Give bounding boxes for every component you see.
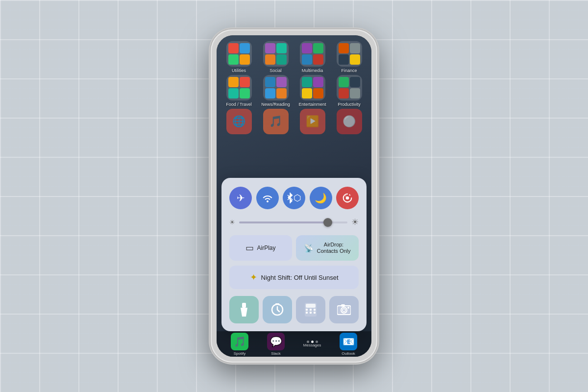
phone-screen: Utilities Social bbox=[217, 35, 371, 357]
dock-bar: 🎵 Spotify 💬 Slack Messages 📧 bbox=[217, 331, 371, 357]
dock-outlook-label: Outlook bbox=[342, 351, 355, 356]
airplay-icon: ▭ bbox=[245, 243, 254, 253]
app-pokeball[interactable]: ⚪ bbox=[333, 109, 366, 136]
rotation-lock-button[interactable] bbox=[336, 187, 359, 209]
dock-slack-label: Slack bbox=[271, 351, 281, 356]
folder-news-reading[interactable]: News/Reading bbox=[259, 75, 293, 107]
control-center: ✈ ⬡ 🌙 bbox=[221, 178, 367, 331]
folder-utilities[interactable]: Utilities bbox=[222, 41, 256, 73]
svg-rect-3 bbox=[243, 310, 245, 314]
service-row: ▭ AirPlay 📡 AirDrop:Contacts Only bbox=[229, 235, 359, 261]
folder-social[interactable]: Social bbox=[259, 41, 293, 73]
svg-rect-7 bbox=[306, 309, 308, 311]
svg-point-0 bbox=[346, 196, 349, 200]
dock-messages[interactable]: Messages bbox=[300, 341, 324, 347]
bluetooth-button[interactable]: ⬡ bbox=[283, 187, 305, 209]
svg-rect-11 bbox=[310, 312, 312, 314]
airplay-button[interactable]: ▭ AirPlay bbox=[229, 235, 292, 261]
toggle-row: ✈ ⬡ 🌙 bbox=[229, 187, 359, 209]
folder-row-1: Utilities Social bbox=[220, 41, 368, 73]
night-shift-button[interactable]: ✦ Night Shift: Off Until Sunset bbox=[229, 266, 359, 289]
svg-rect-1 bbox=[242, 303, 246, 308]
timer-button[interactable] bbox=[263, 296, 292, 323]
app-chrome[interactable]: 🌐 bbox=[222, 109, 256, 136]
airplay-label: AirPlay bbox=[257, 245, 275, 251]
folder-row-2: Food / Travel News/Reading bbox=[220, 75, 368, 107]
dock-outlook[interactable]: 📧 Outlook bbox=[336, 333, 361, 356]
folder-food-travel[interactable]: Food / Travel bbox=[222, 75, 256, 107]
dock-slack[interactable]: 💬 Slack bbox=[264, 333, 288, 356]
app-maps[interactable]: 🎵 bbox=[259, 109, 293, 136]
night-shift-icon: ✦ bbox=[250, 272, 257, 283]
airdrop-button[interactable]: 📡 AirDrop:Contacts Only bbox=[296, 235, 359, 261]
do-not-disturb-button[interactable]: 🌙 bbox=[310, 187, 332, 209]
folder-finance[interactable]: Finance bbox=[333, 41, 366, 73]
folder-row-3: 🌐 🎵 ▶️ ⚪ bbox=[220, 109, 368, 136]
flashlight-button[interactable] bbox=[229, 296, 259, 323]
folder-entertainment[interactable]: Entertainment bbox=[296, 75, 329, 107]
airdrop-label: AirDrop:Contacts Only bbox=[317, 242, 350, 254]
brightness-high-icon: ☀ bbox=[351, 217, 359, 227]
svg-rect-12 bbox=[314, 312, 316, 314]
wifi-button[interactable] bbox=[256, 187, 279, 209]
folder-productivity[interactable]: Productivity bbox=[333, 75, 366, 107]
app-video[interactable]: ▶️ bbox=[296, 109, 329, 136]
dock-messages-label: Messages bbox=[303, 343, 321, 347]
dock-spotify[interactable]: 🎵 Spotify bbox=[227, 333, 252, 356]
phone-shell: Utilities Social bbox=[211, 29, 377, 363]
svg-point-18 bbox=[347, 307, 349, 309]
brightness-track[interactable] bbox=[239, 221, 347, 223]
dock-spotify-label: Spotify bbox=[234, 351, 245, 356]
brightness-low-icon: ☀ bbox=[229, 219, 235, 226]
brightness-row: ☀ ☀ bbox=[229, 217, 359, 227]
svg-rect-8 bbox=[310, 309, 312, 311]
airplane-mode-button[interactable]: ✈ bbox=[229, 187, 252, 209]
svg-rect-17 bbox=[341, 304, 345, 307]
svg-rect-9 bbox=[314, 309, 316, 311]
svg-rect-6 bbox=[306, 304, 316, 308]
bottom-icon-row bbox=[229, 296, 359, 323]
night-shift-label: Night Shift: Off Until Sunset bbox=[261, 274, 339, 281]
airdrop-icon: 📡 bbox=[304, 244, 314, 253]
calculator-button[interactable] bbox=[296, 296, 325, 323]
homescreen: Utilities Social bbox=[217, 35, 371, 357]
camera-button[interactable] bbox=[329, 296, 359, 323]
svg-rect-10 bbox=[306, 312, 308, 314]
folder-multimedia[interactable]: Multimedia bbox=[296, 41, 329, 73]
